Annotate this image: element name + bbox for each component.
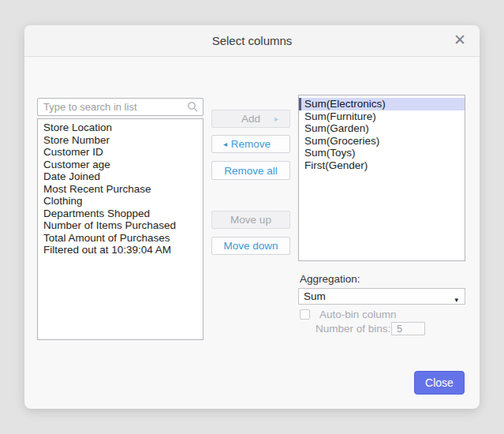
remove-button[interactable]: ◂ Remove [211,135,290,153]
available-column-row[interactable]: Date Joined [38,170,203,183]
close-button[interactable]: Close [414,371,465,395]
selected-columns-list[interactable]: Sum(Electronics)Sum(Furniture)Sum(Garden… [298,95,465,261]
add-button[interactable]: Add ▸ [211,110,290,128]
number-of-bins-label: Number of bins: [315,323,390,335]
selected-column-row[interactable]: Sum(Groceries) [299,135,465,148]
available-column-row[interactable]: Store Number [38,134,203,147]
search-icon [187,101,199,113]
dialog-header: Select columns ✕ [24,25,480,57]
remove-arrow-icon: ◂ [223,140,227,148]
move-down-button[interactable]: Move down [211,237,290,255]
select-columns-dialog: Select columns ✕ Available columns: Stor… [24,25,480,409]
available-column-row[interactable]: Clothing [38,195,203,208]
move-up-button[interactable]: Move up [211,211,290,229]
aggregation-dropdown[interactable]: Sum ▾ [298,288,465,305]
available-column-row[interactable]: Filtered out at 10:39:04 AM [38,244,203,256]
dropdown-arrow-icon: ▾ [454,293,458,308]
available-column-row[interactable]: Most Recent Purchase [38,183,203,196]
add-arrow-icon: ▸ [274,114,278,123]
autobin-label: Auto-bin column [319,309,397,320]
aggregation-label: Aggregation: [300,273,360,285]
available-columns-list[interactable]: Store LocationStore NumberCustomer IDCus… [37,118,203,340]
search-input[interactable] [37,98,203,116]
selected-column-row[interactable]: Sum(Toys) [299,147,465,159]
available-column-row[interactable]: Number of Items Purchased [38,219,203,232]
selected-column-row[interactable]: Sum(Electronics) [299,98,465,110]
available-column-row[interactable]: Departments Shopped [38,208,203,220]
available-column-row[interactable]: Customer ID [38,146,203,159]
available-column-row[interactable]: Store Location [38,122,203,134]
available-column-row[interactable]: Customer age [38,159,203,171]
autobin-checkbox[interactable] [300,309,310,320]
number-of-bins-input[interactable] [391,322,425,335]
search-wrap [37,98,203,116]
close-icon[interactable]: ✕ [452,32,468,48]
selected-column-row[interactable]: Sum(Furniture) [299,110,465,123]
remove-all-button[interactable]: Remove all [211,161,290,180]
selected-column-row[interactable]: Sum(Garden) [299,122,465,135]
selected-column-row[interactable]: First(Gender) [299,159,465,172]
available-column-row[interactable]: Total Amount of Purchases [38,232,203,245]
aggregation-value: Sum [304,290,326,302]
dialog-title: Select columns [212,34,293,47]
